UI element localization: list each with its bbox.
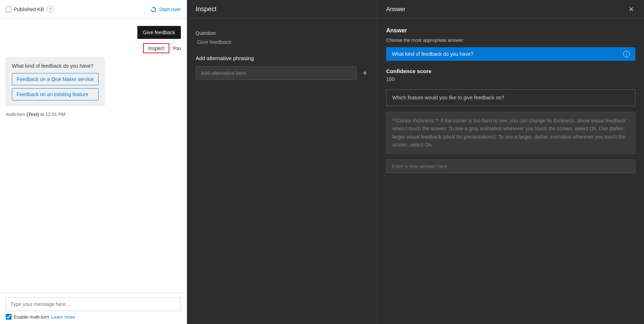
middle-header: Inspect (187, 0, 377, 19)
start-over-label: Start over (159, 6, 181, 12)
confidence-value: 100 (386, 76, 635, 82)
user-message: Give feedback (137, 26, 181, 39)
feature-question-box: Which feature would you like to give fee… (386, 89, 635, 106)
alt-phrasing-row: + (196, 66, 369, 80)
answer-title: Answer (386, 6, 405, 13)
enable-multiturn-checkbox[interactable] (6, 314, 12, 320)
enable-label: Enable multi-turn (14, 314, 49, 320)
inspect-row: Inspect You (6, 43, 181, 53)
close-button[interactable]: ✕ (627, 4, 635, 15)
suggestion-qna-maker[interactable]: Feedback on a QnA Maker service (12, 73, 99, 85)
refresh-icon (150, 6, 157, 13)
bot-message: What kind of feedback do you have? Feedb… (6, 58, 105, 106)
question-label: Question (196, 30, 369, 36)
answer-section-title: Answer (386, 27, 635, 34)
question-value: Give feedback (196, 39, 369, 45)
right-header: Answer ✕ (378, 0, 644, 19)
inspect-button[interactable]: Inspect (143, 43, 169, 53)
chat-input-area: Enable multi-turn Learn more (0, 293, 187, 324)
middle-content: Question Give feedback Add alternative p… (187, 19, 377, 324)
selected-answer-option[interactable]: What kind of feedback do you have? i (386, 47, 635, 61)
published-kb-checkbox-label[interactable]: Published KB (6, 6, 44, 12)
published-kb-checkbox[interactable] (6, 6, 12, 12)
right-panel: Answer ✕ Answer Choose the most appropri… (378, 0, 644, 324)
chat-area: Give feedback Inspect You What kind of f… (0, 19, 187, 293)
alt-phrasing-input[interactable] (196, 66, 357, 80)
published-kb-label: Published KB (14, 6, 44, 12)
choose-label: Choose the most appropriate answer: (386, 37, 635, 43)
answer-text-box: **Cursor thickness:** If the curser is t… (386, 112, 635, 154)
you-label: You (172, 45, 181, 51)
info-icon[interactable]: i (623, 51, 630, 57)
left-header: Published KB ? Start over (0, 0, 187, 19)
start-over-button[interactable]: Start over (150, 6, 181, 13)
confidence-title: Confidence score (386, 68, 635, 74)
timestamp: multi-turn (Test) at 12:51 PM (6, 110, 181, 118)
alt-phrasing-label: Add alternative phrasing (196, 55, 369, 61)
inspect-title: Inspect (196, 5, 216, 13)
selected-answer-text: What kind of feedback do you have? (392, 51, 473, 57)
learn-more-link[interactable]: Learn more (51, 314, 75, 320)
header-left: Published KB ? (6, 6, 53, 13)
enable-row: Enable multi-turn Learn more (6, 314, 181, 320)
chat-input[interactable] (6, 297, 181, 311)
suggestion-existing-feature[interactable]: Feedback on an existing feature (12, 88, 99, 100)
published-kb-help-icon[interactable]: ? (47, 6, 53, 13)
new-answer-input[interactable] (386, 159, 635, 173)
middle-panel: Inspect Question Give feedback Add alter… (187, 0, 378, 324)
left-panel: Published KB ? Start over Give feedback … (0, 0, 187, 324)
add-phrasing-button[interactable]: + (361, 68, 369, 78)
right-content: Answer Choose the most appropriate answe… (378, 19, 644, 324)
bot-question: What kind of feedback do you have? (12, 63, 99, 69)
